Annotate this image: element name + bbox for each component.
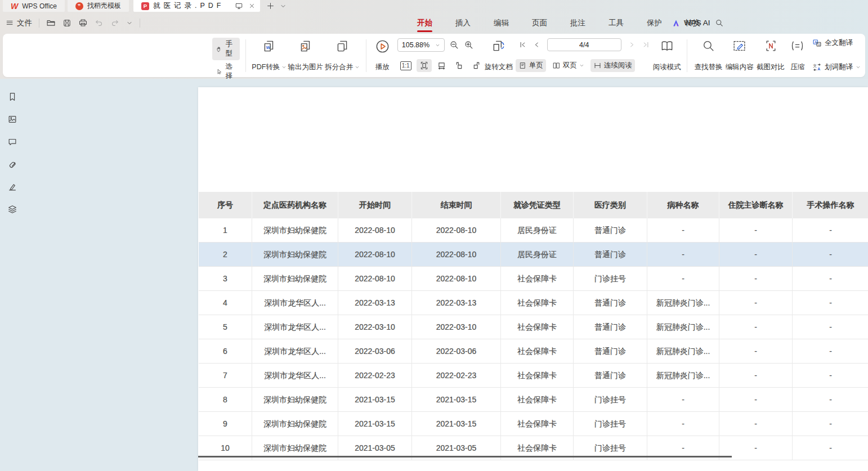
thumbnail-icon[interactable]: [7, 114, 18, 125]
actual-size-button[interactable]: 1:1: [397, 60, 414, 72]
close-tab-icon[interactable]: [248, 2, 256, 10]
document-title: 就医记录.PDF: [153, 1, 224, 11]
edit-content-button[interactable]: 编辑内容: [724, 38, 755, 74]
tab-docer-templates[interactable]: ❞ 找稻壳模板: [68, 0, 129, 12]
table-cell: -: [719, 218, 793, 243]
table-cell: -: [647, 243, 719, 267]
menu-item[interactable]: 批注: [562, 12, 593, 34]
menu-item[interactable]: 编辑: [486, 12, 517, 34]
previous-page-icon[interactable]: [530, 39, 544, 51]
table-cell: 4: [199, 291, 252, 315]
table-cell: -: [793, 291, 868, 315]
double-page-button[interactable]: 双页: [549, 59, 587, 72]
print-icon[interactable]: [78, 18, 88, 28]
file-menu-label: 文件: [17, 18, 32, 28]
menu-item[interactable]: 开始: [409, 12, 440, 34]
menu-item[interactable]: 页面: [524, 12, 555, 34]
wps-ai-button[interactable]: WPS AI: [672, 12, 710, 34]
menu-search-icon[interactable]: [715, 12, 724, 34]
table-cell: 2022-08-10: [412, 267, 501, 291]
fit-page-icon: [419, 61, 429, 70]
continuous-reading-button[interactable]: 连续阅读: [590, 59, 635, 72]
actual-size-icon: 1:1: [400, 61, 411, 70]
edit-content-label: 编辑内容: [726, 62, 754, 72]
screenshot-compare-button[interactable]: 截图对比: [755, 38, 786, 74]
table-cell: 2021-03-15: [338, 412, 412, 436]
word-translate-label: 划词翻译: [825, 62, 853, 72]
play-button[interactable]: 播放: [372, 38, 393, 74]
table-cell: -: [719, 339, 793, 364]
last-page-icon[interactable]: [639, 39, 653, 51]
divider: [39, 19, 39, 28]
menu-item[interactable]: 插入: [448, 12, 478, 34]
fit-width-button[interactable]: [434, 59, 449, 72]
comment-icon[interactable]: [7, 136, 18, 147]
menu-item[interactable]: 保护: [639, 12, 670, 34]
compress-icon: [790, 39, 804, 53]
full-translate-button[interactable]: A 文 全文翻译: [812, 38, 861, 48]
quickbar-chevron-icon[interactable]: [126, 20, 133, 26]
save-icon[interactable]: [62, 19, 71, 28]
chevron-down-icon: [355, 65, 360, 70]
compress-button[interactable]: 压缩: [786, 38, 809, 74]
book-icon: [660, 39, 674, 53]
tab-list-chevron-icon[interactable]: [280, 3, 287, 10]
undo-icon[interactable]: [95, 19, 104, 28]
header-cell: 定点医药机构名称: [252, 192, 338, 218]
export-image-label: 输出为图片: [288, 62, 324, 72]
table-cell: -: [793, 436, 868, 460]
find-replace-button[interactable]: 查找替换: [693, 38, 724, 74]
monitor-icon[interactable]: [235, 2, 243, 10]
table-cell: 深圳市龙华区人...: [252, 364, 338, 388]
rotate-document-icon: [491, 39, 506, 53]
split-merge-icon: [335, 39, 350, 53]
pdf-page[interactable]: 序号定点医药机构名称开始时间结束时间就诊凭证类型医疗类别病种名称住院主诊断名称手…: [198, 87, 868, 471]
svg-text:W: W: [266, 45, 271, 50]
zoom-in-icon[interactable]: [464, 40, 474, 50]
tab-document-pdf[interactable]: P 就医记录.PDF: [133, 0, 259, 12]
export-image-button[interactable]: 输出为图片: [287, 38, 324, 74]
menu-item[interactable]: 工具: [601, 12, 632, 34]
table-cell: 2022-02-23: [412, 364, 501, 388]
table-cell: -: [647, 412, 719, 436]
bookmark-icon[interactable]: [7, 91, 18, 102]
table-cell: -: [793, 315, 868, 339]
full-translate-label: 全文翻译: [825, 38, 853, 48]
word-translate-button[interactable]: 文 A 划词翻译: [812, 62, 861, 72]
new-tab-icon[interactable]: [266, 2, 275, 10]
table-row: 4深圳市龙华区人...2022-03-132022-03-13社会保障卡普通门诊…: [199, 291, 868, 315]
open-file-icon[interactable]: [46, 18, 56, 28]
divider: [366, 39, 366, 72]
table-horizontal-scrollbar[interactable]: [198, 456, 732, 457]
first-page-icon[interactable]: [516, 39, 530, 51]
tab-wps-home[interactable]: W WPS Office: [3, 0, 65, 12]
file-menu-button[interactable]: 文件: [6, 18, 32, 28]
pdf-convert-label: PDF转换: [252, 62, 280, 72]
redo-icon[interactable]: [110, 19, 119, 28]
page-number-input[interactable]: 4/4: [547, 38, 621, 51]
table-cell: 社会保障卡: [501, 339, 574, 364]
attachment-icon[interactable]: [7, 159, 18, 170]
signature-icon[interactable]: [7, 181, 18, 192]
table-cell: 社会保障卡: [501, 291, 574, 315]
read-mode-button[interactable]: 阅读模式: [653, 38, 681, 74]
table-row: 1深圳市妇幼保健院2022-08-102022-08-10居民身份证普通门诊--…: [199, 218, 868, 243]
table-cell: 2021-03-15: [338, 388, 412, 412]
layers-icon[interactable]: [7, 204, 18, 215]
table-cell: 深圳市妇幼保健院: [252, 267, 338, 291]
hand-tool-button[interactable]: 手型: [212, 38, 240, 60]
compress-label: 压缩: [790, 62, 804, 72]
rotate-document-button[interactable]: 旋转文档: [484, 38, 513, 74]
zoom-level-select[interactable]: 105.88%: [397, 38, 445, 52]
table-cell: -: [719, 243, 793, 267]
pdf-file-icon: P: [141, 2, 149, 10]
read-mode-label: 阅读模式: [653, 62, 681, 72]
zoom-out-icon[interactable]: [449, 40, 459, 50]
fit-page-button[interactable]: [417, 59, 432, 72]
rotate-right-button[interactable]: [469, 59, 484, 72]
single-page-button[interactable]: 单页: [516, 59, 546, 72]
pdf-convert-button[interactable]: W PDF转换: [252, 38, 287, 74]
rotate-left-button[interactable]: [451, 59, 467, 72]
next-page-icon[interactable]: [625, 39, 639, 51]
split-merge-button[interactable]: 拆分合并: [324, 38, 360, 74]
